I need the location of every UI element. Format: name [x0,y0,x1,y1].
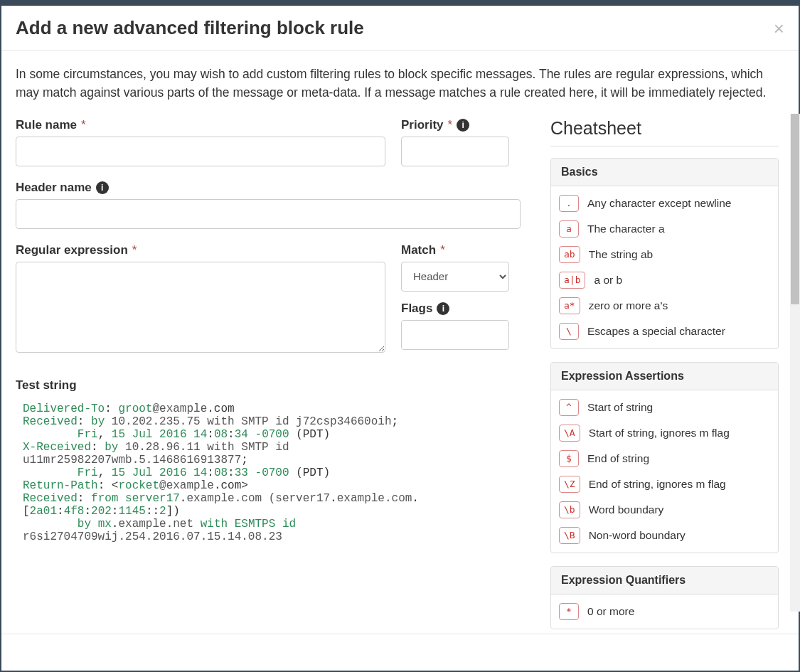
cheat-row: \bWord boundary [557,497,772,523]
regex-token-badge: ^ [559,399,579,416]
regex-token-badge: \A [559,425,580,442]
rule-name-label: Rule name* [16,118,385,132]
cheat-row: .Any character except newline [557,191,772,216]
cheat-description: Start of string, ignores m flag [589,427,730,439]
cheat-row: ^Start of string [557,395,772,420]
scrollbar[interactable] [790,114,800,612]
regex-token-badge: a [559,220,579,238]
regex-token-badge: * [559,603,579,620]
cheat-description: zero or more a's [589,299,668,312]
info-icon[interactable]: i [96,181,109,194]
modal-title: Add a new advanced filtering block rule [16,17,364,39]
cheat-description: 0 or more [587,605,634,618]
info-icon[interactable]: i [457,119,469,132]
match-label: Match* [401,243,509,257]
panel-heading: Basics [551,159,778,186]
required-marker: * [132,243,137,257]
cheat-description: End of string [587,452,649,465]
modal-body: In some circumstances, you may wish to a… [1,50,799,671]
cheat-description: Any character except newline [587,197,731,210]
flags-label: Flags i [401,302,509,316]
cheatsheet-title: Cheatsheet [550,118,779,146]
cheatsheet-panel: Expression Assertions^Start of string\AS… [550,362,779,553]
cheat-description: Start of string [587,401,653,414]
panel-body: .Any character except newlineaThe charac… [551,186,778,348]
regex-token-badge: \b [559,501,580,518]
cheat-description: a or b [594,274,622,287]
regex-label: Regular expression* [16,243,385,257]
panel-heading: Expression Assertions [551,363,778,390]
cheat-description: Word boundary [589,503,664,516]
regex-input[interactable] [16,262,385,353]
cheat-row: abThe string ab [557,242,772,267]
regex-token-badge: \Z [559,476,580,493]
regex-token-badge: . [559,195,579,212]
match-select[interactable]: Header [401,262,509,292]
test-string-input[interactable]: Delivered-To: groot@example.com Received… [16,397,521,589]
scrollbar-thumb[interactable] [791,114,799,304]
cheat-description: The character a [587,223,665,235]
cheat-row: \BNon-word boundary [557,523,772,548]
cheat-description: Escapes a special character [587,325,725,338]
panel-heading: Expression Quantifiers [551,567,778,594]
regex-token-badge: \ [559,323,579,340]
regex-token-badge: a* [559,297,580,314]
cheat-row: aThe character a [557,216,772,242]
cheat-row: \AStart of string, ignores m flag [557,420,772,446]
modal-header: Add a new advanced filtering block rule … [1,6,799,50]
cheatsheet-column: Cheatsheet Basics.Any character except n… [550,118,784,634]
cheatsheet-panels: Basics.Any character except newlineaThe … [550,158,779,629]
cheat-row: \Escapes a special character [557,319,772,344]
cheat-description: End of string, ignores m flag [589,478,726,491]
form-column: Rule name* Priority*i Header na [16,118,521,634]
regex-token-badge: a|b [559,272,585,289]
test-string-label: Test string [16,378,521,393]
content-columns: Rule name* Priority*i Header na [16,118,784,634]
header-name-label: Header name i [16,181,521,195]
header-name-input[interactable] [16,199,521,229]
required-marker: * [448,118,453,132]
regex-token-badge: $ [559,450,579,467]
priority-label: Priority*i [401,118,509,132]
regex-token-badge: \B [559,527,580,544]
cheat-row: \ZEnd of string, ignores m flag [557,471,772,497]
cheat-row: a*zero or more a's [557,293,772,319]
close-icon[interactable]: × [774,19,784,38]
cheat-description: Non-word boundary [589,529,686,542]
cheatsheet-panel: Expression Quantifiers*0 or more [550,566,779,629]
priority-input[interactable] [401,137,509,166]
required-marker: * [81,118,86,132]
rule-name-input[interactable] [16,137,385,166]
regex-token-badge: ab [559,246,580,263]
modal-intro: In some circumstances, you may wish to a… [16,65,784,102]
modal-dialog: Add a new advanced filtering block rule … [1,6,799,671]
cheat-row: *0 or more [557,599,772,624]
cheat-row: $End of string [557,446,772,471]
info-icon[interactable]: i [437,302,449,315]
cheat-row: a|ba or b [557,267,772,293]
required-marker: * [440,243,445,257]
flags-input[interactable] [401,320,509,350]
panel-body: *0 or more [551,594,778,629]
cheat-description: The string ab [589,248,653,261]
panel-body: ^Start of string\AStart of string, ignor… [551,390,778,553]
cheatsheet-panel: Basics.Any character except newlineaThe … [550,158,779,349]
modal-footer [1,634,799,671]
